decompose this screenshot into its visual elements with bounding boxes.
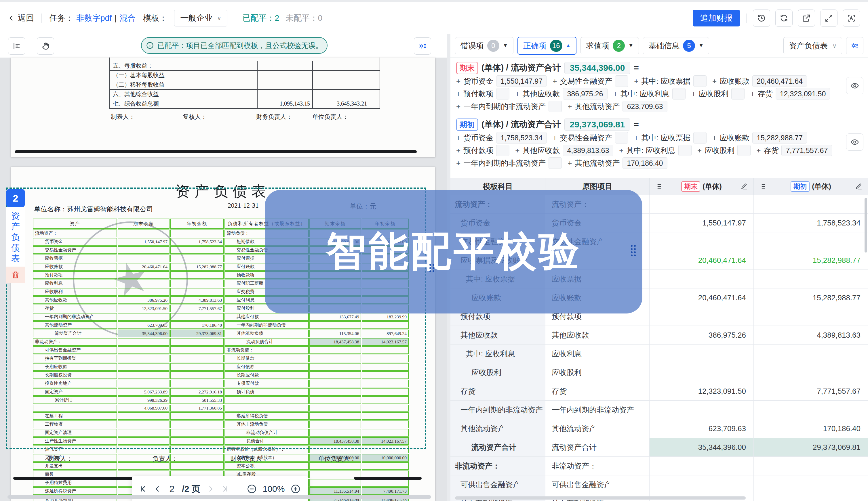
end-period-value[interactable]: 35,344,396.00 <box>650 438 754 456</box>
first-page-icon[interactable] <box>139 484 148 493</box>
term-value-box[interactable] <box>693 132 707 143</box>
begin-period-value[interactable] <box>754 195 868 213</box>
term-value-box[interactable] <box>615 75 628 87</box>
last-page-icon[interactable] <box>220 484 229 493</box>
list-icon[interactable] <box>655 183 662 190</box>
page-number-input[interactable]: 2 <box>169 484 175 494</box>
end-period-value[interactable]: 12,323,091.50 <box>650 382 754 400</box>
term-value-box[interactable]: 7,771,557.67 <box>781 145 832 156</box>
term-value-box[interactable] <box>672 88 686 99</box>
pencil-icon[interactable] <box>855 183 863 190</box>
begin-period-value[interactable] <box>754 232 868 251</box>
begin-period-value[interactable]: 15,282,988.77 <box>754 251 868 269</box>
pencil-icon[interactable] <box>741 183 748 190</box>
history-icon[interactable] <box>753 10 770 27</box>
end-period-value[interactable] <box>650 344 754 363</box>
end-period-value[interactable] <box>650 232 754 251</box>
begin-period-value[interactable] <box>754 344 868 363</box>
term-value-box[interactable]: 1,758,523.34 <box>496 132 547 143</box>
sheet-tab[interactable]: 2 资产负债表 <box>6 189 25 283</box>
term-value-box[interactable] <box>615 132 628 143</box>
drag-handle-icon[interactable] <box>631 245 636 256</box>
term-value-box[interactable] <box>548 157 562 169</box>
table-row[interactable]: 其他流动资产其他流动资产623,709.63170,186.40 <box>450 419 868 438</box>
term-value-box[interactable]: 15,282,988.77 <box>752 132 807 143</box>
drag-handle-icon[interactable] <box>429 264 434 272</box>
begin-period-value[interactable] <box>754 401 868 419</box>
begin-period-value[interactable]: 1,758,523.34 <box>754 214 868 232</box>
table-row[interactable]: 其他应收款其他应收款386,975.264,389,813.63 <box>450 326 868 344</box>
end-period-value[interactable] <box>650 476 754 494</box>
begin-period-value[interactable]: 15,282,988.77 <box>754 288 868 307</box>
hand-icon[interactable] <box>37 38 54 55</box>
term-value-box[interactable]: 386,975.26 <box>563 88 607 99</box>
term-value-box[interactable]: 12,323,091.50 <box>776 88 830 99</box>
prev-page-icon[interactable] <box>154 484 162 493</box>
end-period-value[interactable] <box>650 363 754 382</box>
table-row[interactable]: 流动资产合计流动资产合计35,344,396.0029,373,069.81 <box>450 438 868 457</box>
term-value-box[interactable]: 1,550,147.97 <box>496 75 547 87</box>
zoom-in-icon[interactable] <box>290 484 301 494</box>
filter-button[interactable]: 求值项2▼ <box>581 37 639 54</box>
begin-period-value[interactable] <box>754 476 868 494</box>
end-period-value[interactable] <box>650 457 754 475</box>
table-row[interactable]: 一年内到期的非流动资产一年内到期的非流动资产 <box>450 401 868 419</box>
table-row[interactable]: 存货存货12,323,091.507,771,557.67 <box>450 382 868 401</box>
term-value-box[interactable] <box>548 101 562 112</box>
begin-period-value[interactable]: 29,373,069.81 <box>754 438 868 456</box>
end-period-value[interactable]: 1,550,147.97 <box>650 214 754 232</box>
term-value-box[interactable] <box>731 88 744 99</box>
term-value-box[interactable] <box>496 145 509 156</box>
table-row[interactable]: 其中: 应收利息应收利息 <box>450 344 868 363</box>
end-period-value[interactable]: 20,460,471.64 <box>650 288 754 307</box>
gear-list-icon[interactable] <box>846 37 864 54</box>
term-value-box[interactable]: 170,186.40 <box>623 157 667 169</box>
term-value-box[interactable] <box>678 145 692 156</box>
list-icon[interactable] <box>759 183 766 190</box>
add-report-button[interactable]: 追加财报 <box>693 10 740 26</box>
fullscreen-icon[interactable] <box>820 10 837 27</box>
begin-period-value[interactable]: 4,389,813.63 <box>754 326 868 344</box>
term-value-box[interactable]: 20,460,471.64 <box>752 75 807 87</box>
next-page-icon[interactable] <box>206 484 215 493</box>
template-select[interactable]: 一般企业 ∨ <box>174 10 227 26</box>
begin-period-value[interactable]: 170,186.40 <box>754 419 868 438</box>
end-period-value[interactable] <box>650 195 754 213</box>
end-period-value[interactable] <box>650 307 754 326</box>
back-button[interactable]: 返回 <box>8 13 34 24</box>
end-period-value[interactable]: 386,975.26 <box>650 326 754 344</box>
begin-period-value[interactable] <box>754 307 868 326</box>
term-value-box[interactable]: 4,389,813.63 <box>563 145 613 156</box>
begin-period-value[interactable] <box>754 363 868 382</box>
filter-button[interactable]: 错误项0▼ <box>455 37 513 54</box>
recognize-icon[interactable] <box>843 10 860 27</box>
begin-period-value[interactable] <box>754 494 868 501</box>
end-period-value[interactable]: 20,460,471.64 <box>650 251 754 269</box>
table-row[interactable]: 可供出售金融资产可供出售金融资产 <box>450 476 868 494</box>
begin-period-value[interactable]: 7,771,557.67 <box>754 382 868 400</box>
refresh-icon[interactable] <box>775 10 793 27</box>
begin-period-value[interactable] <box>754 457 868 475</box>
end-period-value[interactable]: 623,709.63 <box>650 419 754 438</box>
export-icon[interactable] <box>798 10 815 27</box>
end-period-value[interactable] <box>650 270 754 288</box>
table-row[interactable]: 应收股利应收股利 <box>450 363 868 382</box>
table-row[interactable]: 非流动资产：非流动资产： <box>450 457 868 476</box>
term-value-box[interactable] <box>693 75 707 87</box>
end-period-value[interactable] <box>650 401 754 419</box>
trash-icon[interactable] <box>6 267 25 283</box>
sheet-type-select[interactable]: 资产负债表 ∨ <box>783 37 842 54</box>
zoom-out-icon[interactable] <box>247 484 257 494</box>
outline-icon[interactable] <box>8 38 25 55</box>
filter-active-button[interactable]: 正确项16▲ <box>517 37 577 55</box>
eye-icon[interactable] <box>846 134 864 151</box>
horizontal-scrollbar[interactable] <box>455 497 746 500</box>
vertical-scrollbar[interactable] <box>865 198 867 253</box>
horizontal-scrollbar[interactable] <box>8 495 431 499</box>
filter-button[interactable]: 基础信息5▼ <box>643 37 709 54</box>
gear-list-icon[interactable] <box>414 38 431 55</box>
term-value-box[interactable] <box>738 145 751 156</box>
term-value-box[interactable]: 623,709.63 <box>623 101 667 112</box>
eye-icon[interactable] <box>846 77 864 94</box>
begin-period-value[interactable] <box>754 270 868 288</box>
